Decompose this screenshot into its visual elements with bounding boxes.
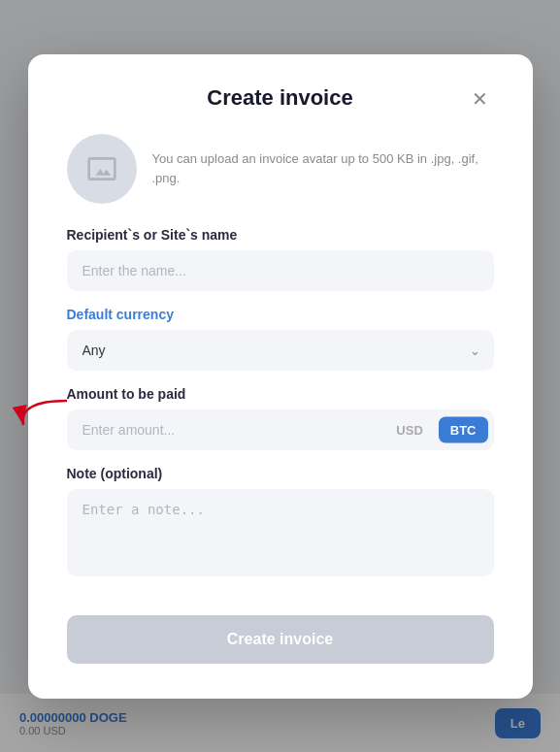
avatar-upload[interactable] <box>67 134 137 204</box>
currency-field-group: Default currency Any USD BTC ETH DOGE ⌄ <box>67 307 494 371</box>
avatar-section: You can upload an invoice avatar up to 5… <box>67 134 494 204</box>
amount-input-wrapper: USD BTC <box>67 409 494 450</box>
note-label: Note (optional) <box>67 466 494 481</box>
create-invoice-button[interactable]: Create invoice <box>67 615 494 664</box>
currency-toggle: USD BTC <box>384 416 487 442</box>
note-field-group: Note (optional) <box>67 466 494 580</box>
recipient-field-group: Recipient`s or Site`s name <box>67 227 494 291</box>
close-icon: ✕ <box>472 89 488 109</box>
usd-button[interactable]: USD <box>384 416 434 442</box>
image-icon <box>86 153 117 184</box>
close-button[interactable]: ✕ <box>467 85 494 113</box>
create-invoice-modal: Create invoice ✕ You can upload an invoi… <box>28 54 533 699</box>
currency-select-wrapper: Any USD BTC ETH DOGE ⌄ <box>67 330 494 371</box>
currency-select[interactable]: Any USD BTC ETH DOGE <box>67 330 494 371</box>
amount-label: Amount to be paid <box>67 386 494 402</box>
recipient-input[interactable] <box>67 250 494 291</box>
modal-title: Create invoice <box>207 85 352 111</box>
note-textarea[interactable] <box>67 489 494 576</box>
avatar-hint-text: You can upload an invoice avatar up to 5… <box>152 149 494 187</box>
amount-field-group: Amount to be paid USD BTC <box>67 386 494 450</box>
modal-header: Create invoice ✕ <box>67 85 494 111</box>
btc-button[interactable]: BTC <box>439 416 488 442</box>
default-currency-link[interactable]: Default currency <box>67 307 494 322</box>
recipient-label: Recipient`s or Site`s name <box>67 227 494 243</box>
